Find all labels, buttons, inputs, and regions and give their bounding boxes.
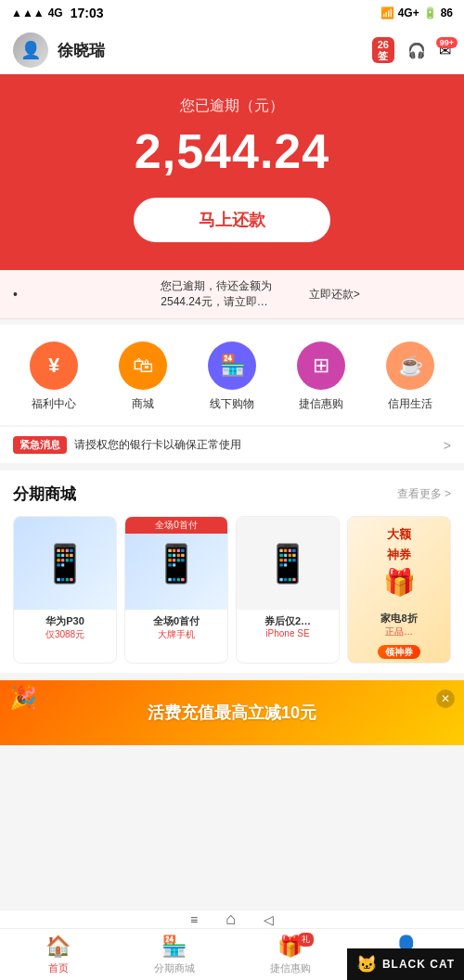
app-header: 👤 徐晓瑞 26 签 🎧 ✉ 99+ bbox=[0, 26, 464, 74]
avatar[interactable]: 👤 bbox=[13, 32, 48, 68]
avatar-icon: 👤 bbox=[20, 40, 41, 60]
mall-card-iphone[interactable]: 📱 券后仅2… iPhone SE bbox=[236, 516, 340, 664]
credit-label: 信用生活 bbox=[388, 396, 432, 412]
sign-num: 26 bbox=[378, 39, 389, 50]
message-badge: 99+ bbox=[436, 37, 458, 48]
gesture-bar: ≡ ⌂ ◁ bbox=[0, 909, 464, 928]
sign-in-button[interactable]: 26 签 bbox=[372, 37, 394, 63]
username: 徐晓瑞 bbox=[58, 40, 105, 61]
main-content: 您已逾期（元） 2,544.24 马上还款 • 您已逾期，待还金额为2544.2… bbox=[0, 74, 464, 866]
offline-label: 线下购物 bbox=[210, 396, 254, 412]
urgent-text: 请授权您的银行卡以确保正常使用 bbox=[74, 437, 436, 453]
nav-item-credit[interactable]: ☕ 信用生活 bbox=[386, 342, 434, 412]
zero-down-card-name: 全场0首付 bbox=[131, 614, 222, 628]
huawei-card-footer: 华为P30 仅3088元 bbox=[14, 610, 116, 646]
customer-service-button[interactable]: 🎧 bbox=[407, 42, 426, 59]
network-4g: 4G+ bbox=[398, 6, 419, 19]
mall-label: 商城 bbox=[132, 396, 154, 412]
jiexin-icon: ⊞ bbox=[297, 342, 345, 390]
voucher-bag-icon: 🎁 bbox=[383, 567, 416, 598]
mall-title: 分期商城 bbox=[13, 484, 76, 505]
claim-voucher-button[interactable]: 领神券 bbox=[378, 645, 420, 659]
welfare-label: 福利中心 bbox=[32, 396, 76, 412]
urgent-tag: 紧急消息 bbox=[13, 436, 67, 454]
promo-banner: 🎉 活费充值最高立减10元 ✕ bbox=[0, 680, 464, 745]
nav-item-jiexin[interactable]: ⊞ 捷信惠购 bbox=[297, 342, 345, 412]
mall-card-voucher[interactable]: 大额 神券 🎁 家电8折 正品… 领神券 bbox=[347, 516, 451, 664]
confetti-icon: 🎉 bbox=[9, 685, 37, 711]
mall-section: 分期商城 查看更多 > 📱 华为P30 仅3088元 📱 全场0首付 bbox=[0, 471, 464, 673]
iphone-card-sub: iPhone SE bbox=[242, 628, 333, 638]
tab-installment-mall[interactable]: 🏪 分期商城 bbox=[116, 929, 232, 980]
status-left: ▲▲▲ 4G 17:03 bbox=[11, 6, 103, 20]
header-left: 👤 徐晓瑞 bbox=[13, 32, 105, 68]
zero-down-card-sub: 大牌手机 bbox=[131, 628, 222, 641]
voucher-title: 大额 bbox=[387, 526, 411, 543]
mall-icon: 🛍 bbox=[119, 342, 167, 390]
back-gesture-icon[interactable]: ◁ bbox=[264, 912, 274, 927]
credit-icon: ☕ bbox=[386, 342, 434, 390]
nav-item-offline[interactable]: 🏪 线下购物 bbox=[208, 342, 256, 412]
battery-level: 86 bbox=[441, 6, 453, 19]
installment-mall-tab-icon: 🏪 bbox=[161, 935, 187, 959]
iphone-card-footer: 券后仅2… iPhone SE bbox=[237, 610, 339, 643]
repay-link[interactable]: 立即还款> bbox=[309, 287, 451, 303]
status-bar: ▲▲▲ 4G 17:03 📶 4G+ 🔋 86 bbox=[0, 0, 464, 26]
tab-home[interactable]: 🏠 首页 bbox=[0, 929, 116, 980]
mall-grid: 📱 华为P30 仅3088元 📱 全场0首付 全场0首付 大牌手机 bbox=[13, 516, 451, 664]
quick-nav: ¥ 福利中心 🛍 商城 🏪 线下购物 ⊞ 捷信惠购 ☕ 信用生活 bbox=[0, 325, 464, 425]
alert-text: 您已逾期，待还金额为2544.24元，请立即… bbox=[161, 278, 303, 310]
pay-now-button[interactable]: 马上还款 bbox=[134, 198, 330, 242]
wifi-icon: 📶 bbox=[380, 6, 394, 19]
iphone-card-image: 📱 bbox=[237, 517, 339, 610]
welfare-icon: ¥ bbox=[30, 342, 78, 390]
urgent-bar[interactable]: 紧急消息 请授权您的银行卡以确保正常使用 > bbox=[0, 426, 464, 463]
mall-header: 分期商城 查看更多 > bbox=[13, 484, 451, 505]
nav-item-mall[interactable]: 🛍 商城 bbox=[119, 342, 167, 412]
overdue-label: 您已逾期（元） bbox=[19, 97, 445, 116]
time: 17:03 bbox=[71, 6, 104, 20]
sign-badge: 26 签 bbox=[372, 37, 394, 63]
zero-down-card-footer: 全场0首付 大牌手机 bbox=[125, 610, 227, 646]
home-gesture-icon[interactable]: ⌂ bbox=[226, 909, 236, 929]
voucher-card-name: 家电8折 bbox=[354, 612, 445, 625]
installment-mall-tab-label: 分期商城 bbox=[154, 961, 195, 975]
iphone-card-name: 券后仅2… bbox=[242, 614, 333, 628]
promo-text: 活费充值最高立减10元 bbox=[148, 702, 316, 724]
voucher-card-content: 大额 神券 🎁 bbox=[348, 517, 450, 607]
message-button[interactable]: ✉ 99+ bbox=[439, 42, 451, 59]
headset-icon: 🎧 bbox=[407, 42, 426, 59]
mall-card-zero-down[interactable]: 📱 全场0首付 全场0首付 大牌手机 bbox=[124, 516, 228, 664]
mall-more-link[interactable]: 查看更多 > bbox=[397, 486, 451, 502]
status-right: 📶 4G+ 🔋 86 bbox=[380, 6, 453, 19]
overdue-amount: 2,544.24 bbox=[19, 123, 445, 179]
voucher-card-footer: 家电8折 正品… 领神券 bbox=[348, 607, 450, 663]
voucher-title2: 神券 bbox=[387, 547, 411, 563]
blackcat-cat-icon: 🐱 bbox=[356, 954, 377, 974]
zero-down-badge: 全场0首付 bbox=[125, 517, 227, 534]
header-right: 26 签 🎧 ✉ 99+ bbox=[372, 37, 451, 63]
blackcat-text: BLACK CAT bbox=[382, 958, 455, 971]
jiexin-label: 捷信惠购 bbox=[299, 396, 343, 412]
huawei-card-sub: 仅3088元 bbox=[19, 628, 110, 641]
alert-bar: • 您已逾期，待还金额为2544.24元，请立即… 立即还款> bbox=[0, 270, 464, 319]
mall-card-huawei[interactable]: 📱 华为P30 仅3088元 bbox=[13, 516, 117, 664]
jiexin-tab-label: 捷信惠购 bbox=[270, 961, 311, 975]
nav-item-welfare[interactable]: ¥ 福利中心 bbox=[30, 342, 78, 412]
home-tab-icon: 🏠 bbox=[45, 935, 71, 959]
network-type: 4G bbox=[48, 6, 63, 19]
huawei-card-image: 📱 bbox=[14, 517, 116, 610]
urgent-arrow-icon: > bbox=[444, 438, 451, 453]
zero-down-card-image: 📱 全场0首付 bbox=[125, 517, 227, 610]
voucher-card-sub: 正品… bbox=[354, 625, 445, 638]
offline-icon: 🏪 bbox=[208, 342, 256, 390]
tab-jiexin[interactable]: 🎁 礼 捷信惠购 bbox=[232, 929, 348, 980]
signal-icon: ▲▲▲ bbox=[11, 6, 45, 19]
home-tab-label: 首页 bbox=[48, 961, 69, 975]
overdue-section: 您已逾期（元） 2,544.24 马上还款 bbox=[0, 74, 464, 270]
blackcat-watermark: 🐱 BLACK CAT bbox=[347, 948, 464, 980]
menu-gesture-icon[interactable]: ≡ bbox=[190, 912, 198, 927]
claim-btn-wrapper: 领神券 bbox=[354, 642, 445, 659]
promo-close-button[interactable]: ✕ bbox=[436, 690, 455, 708]
battery-icon: 🔋 bbox=[423, 6, 437, 19]
